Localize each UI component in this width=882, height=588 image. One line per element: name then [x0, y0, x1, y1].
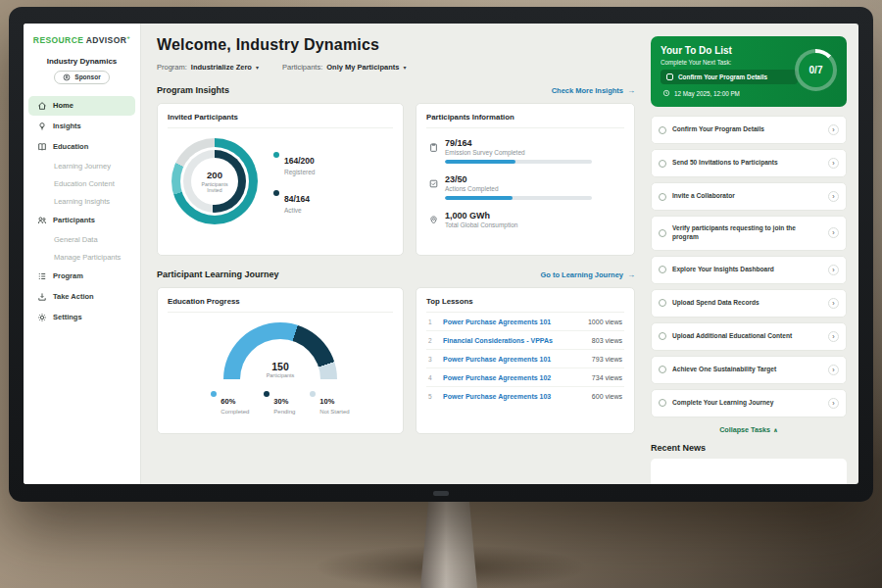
- checkbox-icon[interactable]: [659, 399, 666, 407]
- chevron-right-icon[interactable]: [828, 331, 839, 342]
- task-row-verify-participants[interactable]: Verify participants requesting to join t…: [651, 216, 847, 251]
- sidebar-item-participants[interactable]: Participants: [28, 211, 135, 230]
- lesson-views: 734 views: [592, 374, 622, 381]
- task-row-complete-learning-journey[interactable]: Complete Your Learning Journey: [651, 389, 847, 417]
- home-icon: [37, 101, 47, 111]
- invited-participants-card: Invited Participants 200 Participants In…: [157, 103, 404, 256]
- lesson-rank: 1: [428, 318, 435, 325]
- sidebar-item-settings[interactable]: Settings: [28, 308, 135, 327]
- checkbox-icon[interactable]: [659, 229, 666, 237]
- sidebar: RESOURCE ADVISOR+ Industry Dynamics Spon…: [24, 24, 141, 484]
- chevron-right-icon[interactable]: [828, 298, 839, 309]
- book-icon: [37, 142, 47, 152]
- sidebar-item-take-action[interactable]: Take Action: [28, 287, 135, 307]
- participants-select[interactable]: Participants: Only My Participants: [282, 63, 406, 72]
- sponsor-badge[interactable]: Sponsor: [54, 71, 109, 84]
- learning-journey-title: Participant Learning Journey: [157, 270, 279, 279]
- checkbox-icon[interactable]: [666, 74, 673, 80]
- lesson-views: 793 views: [592, 356, 622, 363]
- top-lessons-card-title: Top Lessons: [426, 297, 624, 313]
- sidebar-item-learning-insights[interactable]: Learning Insights: [28, 193, 135, 210]
- info-row-emission-survey: 79/164 Emission Survey Completed: [428, 138, 624, 164]
- info-value: 79/164: [445, 138, 624, 148]
- sidebar-item-learning-journey[interactable]: Learning Journey: [28, 158, 135, 174]
- dashboard-screen: RESOURCE ADVISOR+ Industry Dynamics Spon…: [24, 24, 858, 484]
- participants-select-value: Only My Participants: [326, 63, 399, 72]
- checkbox-icon[interactable]: [659, 266, 666, 273]
- invited-participants-card-title: Invited Participants: [168, 113, 393, 128]
- sidebar-item-manage-participants[interactable]: Manage Participants: [28, 249, 135, 266]
- go-to-learning-journey-link[interactable]: Go to Learning Journey: [540, 270, 635, 279]
- legend-label: Pending: [273, 409, 295, 415]
- chevron-right-icon[interactable]: [828, 227, 839, 238]
- task-row-upload-educational-content[interactable]: Upload Additional Educational Content: [651, 322, 847, 351]
- legend-value: 10%: [319, 397, 334, 406]
- task-label: Upload Spend Data Records: [672, 299, 822, 308]
- task-row-send-invitations[interactable]: Send 50 Invitations to Participants: [651, 149, 847, 177]
- legend-dot: [273, 190, 279, 196]
- gauge-center-label: Participants: [223, 372, 337, 378]
- people-icon: [37, 216, 47, 225]
- invited-donut-chart: 200 Participants Invited: [172, 138, 258, 224]
- sidebar-item-label: Home: [53, 101, 74, 110]
- education-gauge-chart: 150 Participants: [223, 322, 337, 379]
- legend-item-not-started: 10% Not Started: [310, 390, 349, 415]
- sidebar-item-general-data[interactable]: General Data: [28, 231, 135, 248]
- gear-icon: [37, 313, 47, 322]
- desk-background: RESOURCE ADVISOR+ Industry Dynamics Spon…: [0, 0, 882, 588]
- sponsor-badge-label: Sponsor: [74, 74, 100, 80]
- lesson-link[interactable]: Power Purchase Agreements 102: [443, 374, 584, 381]
- chevron-right-icon[interactable]: [828, 365, 839, 375]
- info-row-consumption: 1,000 GWh Total Global Consumption: [428, 211, 624, 228]
- todo-summary-card: Your To Do List Complete Your Next Task:…: [651, 36, 847, 107]
- task-row-explore-insights[interactable]: Explore Your Insights Dashboard: [651, 256, 847, 284]
- insights-cards-row: Invited Participants 200 Participants In…: [157, 103, 635, 256]
- invited-participants-body: 200 Participants Invited 164/200 Registe: [168, 138, 393, 224]
- info-value: 1,000 GWh: [445, 211, 624, 220]
- donut-center-value: 200: [207, 170, 222, 180]
- chevron-right-icon[interactable]: [828, 398, 839, 409]
- lesson-link[interactable]: Financial Considerations - VPPAs: [443, 337, 584, 344]
- chevron-right-icon[interactable]: [828, 191, 839, 202]
- checkbox-icon[interactable]: [659, 299, 666, 307]
- lesson-views: 1000 views: [588, 318, 622, 325]
- lesson-rank: 2: [428, 337, 435, 344]
- location-pin-icon: [428, 212, 439, 222]
- legend-item-pending: 30% Pending: [264, 390, 295, 415]
- checkbox-icon[interactable]: [659, 160, 666, 168]
- collapse-tasks-link[interactable]: Collapse Tasks: [651, 425, 847, 434]
- progress-bar-track: [445, 196, 592, 200]
- checkbox-icon[interactable]: [659, 126, 666, 134]
- task-row-invite-collaborator[interactable]: Invite a Collaborator: [651, 182, 847, 211]
- lesson-row: 4 Power Purchase Agreements 102 734 view…: [426, 368, 624, 387]
- info-label: Actions Completed: [445, 185, 624, 192]
- checkbox-icon[interactable]: [659, 366, 666, 373]
- lesson-rank: 3: [428, 356, 435, 363]
- task-row-confirm-program[interactable]: Confirm Your Program Details: [651, 116, 847, 144]
- chevron-right-icon[interactable]: [828, 158, 839, 169]
- sidebar-item-home[interactable]: Home: [28, 96, 135, 116]
- lesson-link[interactable]: Power Purchase Agreements 103: [443, 393, 584, 400]
- checkbox-icon[interactable]: [659, 332, 666, 340]
- chevron-right-icon[interactable]: [828, 124, 839, 135]
- sidebar-item-insights[interactable]: Insights: [28, 117, 135, 136]
- lesson-link[interactable]: Power Purchase Agreements 101: [443, 318, 580, 325]
- task-row-upload-spend-data[interactable]: Upload Spend Data Records: [651, 289, 847, 318]
- task-row-achieve-target[interactable]: Achieve One Sustainability Target: [651, 356, 847, 384]
- program-select[interactable]: Program: Industrialize Zero: [157, 63, 259, 72]
- next-task-pill[interactable]: Confirm Your Program Details: [661, 70, 798, 84]
- legend-dot: [264, 391, 270, 397]
- check-square-icon: [428, 175, 439, 186]
- sidebar-item-program[interactable]: Program: [28, 267, 135, 286]
- lesson-row: 5 Power Purchase Agreements 103 600 view…: [426, 387, 624, 405]
- checkbox-icon[interactable]: [659, 193, 666, 201]
- lesson-rank: 5: [428, 393, 435, 400]
- sidebar-item-education-content[interactable]: Education Content: [28, 175, 135, 192]
- check-more-insights-link[interactable]: Check More Insights: [552, 86, 635, 95]
- sidebar-item-education[interactable]: Education: [28, 137, 135, 157]
- lesson-link[interactable]: Power Purchase Agreements 101: [443, 356, 584, 363]
- chevron-down-icon: [256, 63, 259, 72]
- participants-information-rows: 79/164 Emission Survey Completed: [426, 138, 624, 228]
- chevron-right-icon[interactable]: [828, 265, 839, 275]
- program-insights-title: Program Insights: [157, 85, 229, 95]
